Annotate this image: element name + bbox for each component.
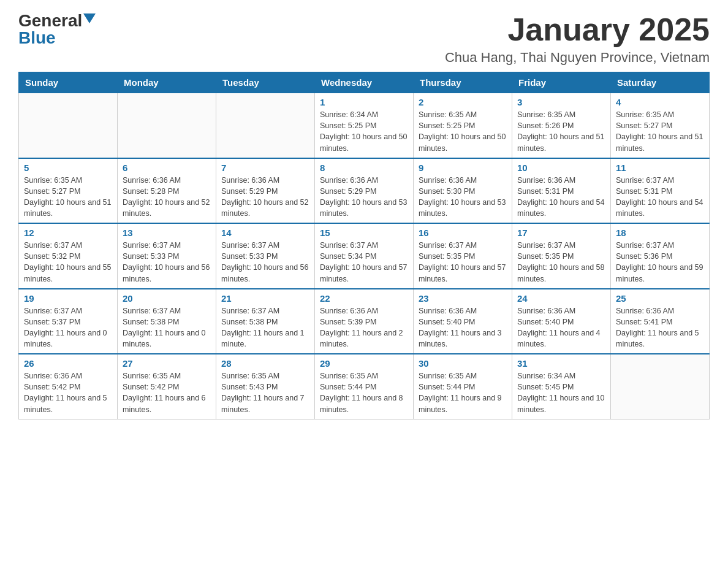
day-number: 20 [123, 293, 211, 304]
day-info: Sunrise: 6:36 AM Sunset: 5:40 PM Dayligh… [517, 305, 605, 350]
day-number: 15 [320, 228, 408, 238]
calendar-cell: 4Sunrise: 6:35 AM Sunset: 5:27 PM Daylig… [611, 93, 710, 158]
day-number: 29 [320, 358, 408, 369]
calendar-cell: 7Sunrise: 6:36 AM Sunset: 5:29 PM Daylig… [216, 158, 315, 224]
day-info: Sunrise: 6:34 AM Sunset: 5:25 PM Dayligh… [320, 109, 408, 154]
day-info: Sunrise: 6:37 AM Sunset: 5:33 PM Dayligh… [123, 240, 211, 285]
calendar-cell: 10Sunrise: 6:36 AM Sunset: 5:31 PM Dayli… [512, 158, 611, 224]
calendar-cell: 17Sunrise: 6:37 AM Sunset: 5:35 PM Dayli… [512, 223, 611, 289]
day-info: Sunrise: 6:37 AM Sunset: 5:36 PM Dayligh… [616, 240, 704, 285]
weekday-header-tuesday: Tuesday [216, 72, 315, 93]
day-number: 13 [123, 228, 211, 238]
day-number: 30 [419, 358, 507, 369]
day-number: 7 [221, 163, 309, 173]
day-number: 12 [24, 228, 112, 238]
weekday-header-monday: Monday [118, 72, 216, 93]
calendar-cell: 14Sunrise: 6:37 AM Sunset: 5:33 PM Dayli… [216, 223, 315, 289]
calendar-cell: 15Sunrise: 6:37 AM Sunset: 5:34 PM Dayli… [315, 223, 414, 289]
calendar-cell: 23Sunrise: 6:36 AM Sunset: 5:40 PM Dayli… [414, 289, 512, 354]
day-number: 11 [616, 163, 704, 173]
calendar-cell: 20Sunrise: 6:37 AM Sunset: 5:38 PM Dayli… [118, 289, 216, 354]
calendar-cell: 5Sunrise: 6:35 AM Sunset: 5:27 PM Daylig… [19, 158, 118, 224]
day-number: 24 [517, 293, 605, 304]
day-number: 2 [419, 97, 507, 107]
calendar-week-row: 19Sunrise: 6:37 AM Sunset: 5:37 PM Dayli… [19, 289, 710, 354]
title-area: January 2025 Chua Hang, Thai Nguyen Prov… [445, 12, 710, 66]
day-info: Sunrise: 6:36 AM Sunset: 5:30 PM Dayligh… [419, 175, 507, 220]
calendar-cell: 6Sunrise: 6:36 AM Sunset: 5:28 PM Daylig… [118, 158, 216, 224]
day-number: 4 [616, 97, 704, 107]
day-number: 5 [24, 163, 112, 173]
day-number: 8 [320, 163, 408, 173]
logo-triangle-icon [83, 13, 96, 23]
calendar-cell: 31Sunrise: 6:34 AM Sunset: 5:45 PM Dayli… [512, 354, 611, 419]
weekday-header-saturday: Saturday [611, 72, 710, 93]
day-number: 22 [320, 293, 408, 304]
calendar-cell: 26Sunrise: 6:36 AM Sunset: 5:42 PM Dayli… [19, 354, 118, 419]
day-number: 25 [616, 293, 704, 304]
calendar-title: January 2025 [445, 12, 710, 47]
day-info: Sunrise: 6:36 AM Sunset: 5:41 PM Dayligh… [616, 305, 704, 350]
calendar-cell: 19Sunrise: 6:37 AM Sunset: 5:37 PM Dayli… [19, 289, 118, 354]
calendar-cell: 8Sunrise: 6:36 AM Sunset: 5:29 PM Daylig… [315, 158, 414, 224]
calendar-subtitle: Chua Hang, Thai Nguyen Province, Vietnam [445, 50, 710, 66]
day-info: Sunrise: 6:36 AM Sunset: 5:28 PM Dayligh… [123, 175, 211, 220]
day-number: 23 [419, 293, 507, 304]
day-number: 19 [24, 293, 112, 304]
calendar-cell: 24Sunrise: 6:36 AM Sunset: 5:40 PM Dayli… [512, 289, 611, 354]
calendar-cell: 16Sunrise: 6:37 AM Sunset: 5:35 PM Dayli… [414, 223, 512, 289]
day-info: Sunrise: 6:37 AM Sunset: 5:37 PM Dayligh… [24, 305, 112, 350]
day-number: 26 [24, 358, 112, 369]
weekday-header-wednesday: Wednesday [315, 72, 414, 93]
day-info: Sunrise: 6:35 AM Sunset: 5:44 PM Dayligh… [419, 370, 507, 415]
day-number: 14 [221, 228, 309, 238]
day-info: Sunrise: 6:35 AM Sunset: 5:26 PM Dayligh… [517, 109, 605, 154]
day-number: 3 [517, 97, 605, 107]
calendar-cell: 29Sunrise: 6:35 AM Sunset: 5:44 PM Dayli… [315, 354, 414, 419]
calendar-cell [19, 93, 118, 158]
calendar-cell: 1Sunrise: 6:34 AM Sunset: 5:25 PM Daylig… [315, 93, 414, 158]
calendar-week-row: 1Sunrise: 6:34 AM Sunset: 5:25 PM Daylig… [19, 93, 710, 158]
calendar-cell: 27Sunrise: 6:35 AM Sunset: 5:42 PM Dayli… [118, 354, 216, 419]
day-info: Sunrise: 6:35 AM Sunset: 5:25 PM Dayligh… [419, 109, 507, 154]
logo: General Blue [18, 12, 96, 47]
calendar-cell: 2Sunrise: 6:35 AM Sunset: 5:25 PM Daylig… [414, 93, 512, 158]
day-info: Sunrise: 6:35 AM Sunset: 5:42 PM Dayligh… [123, 370, 211, 415]
day-info: Sunrise: 6:34 AM Sunset: 5:45 PM Dayligh… [517, 370, 605, 415]
calendar-cell: 18Sunrise: 6:37 AM Sunset: 5:36 PM Dayli… [611, 223, 710, 289]
calendar-cell: 30Sunrise: 6:35 AM Sunset: 5:44 PM Dayli… [414, 354, 512, 419]
day-info: Sunrise: 6:37 AM Sunset: 5:35 PM Dayligh… [517, 240, 605, 285]
calendar-cell: 13Sunrise: 6:37 AM Sunset: 5:33 PM Dayli… [118, 223, 216, 289]
calendar-week-row: 12Sunrise: 6:37 AM Sunset: 5:32 PM Dayli… [19, 223, 710, 289]
day-info: Sunrise: 6:35 AM Sunset: 5:27 PM Dayligh… [24, 175, 112, 220]
day-info: Sunrise: 6:37 AM Sunset: 5:38 PM Dayligh… [123, 305, 211, 350]
day-info: Sunrise: 6:37 AM Sunset: 5:35 PM Dayligh… [419, 240, 507, 285]
calendar-cell: 3Sunrise: 6:35 AM Sunset: 5:26 PM Daylig… [512, 93, 611, 158]
logo-blue-text: Blue [18, 29, 56, 47]
calendar-cell [118, 93, 216, 158]
day-info: Sunrise: 6:37 AM Sunset: 5:31 PM Dayligh… [616, 175, 704, 220]
calendar-cell: 11Sunrise: 6:37 AM Sunset: 5:31 PM Dayli… [611, 158, 710, 224]
calendar-table: SundayMondayTuesdayWednesdayThursdayFrid… [18, 72, 710, 419]
day-number: 21 [221, 293, 309, 304]
day-info: Sunrise: 6:35 AM Sunset: 5:44 PM Dayligh… [320, 370, 408, 415]
weekday-header-row: SundayMondayTuesdayWednesdayThursdayFrid… [19, 72, 710, 93]
day-info: Sunrise: 6:37 AM Sunset: 5:33 PM Dayligh… [221, 240, 309, 285]
weekday-header-sunday: Sunday [19, 72, 118, 93]
weekday-header-thursday: Thursday [414, 72, 512, 93]
calendar-cell [611, 354, 710, 419]
calendar-cell: 22Sunrise: 6:36 AM Sunset: 5:39 PM Dayli… [315, 289, 414, 354]
weekday-header-friday: Friday [512, 72, 611, 93]
day-info: Sunrise: 6:35 AM Sunset: 5:27 PM Dayligh… [616, 109, 704, 154]
day-info: Sunrise: 6:36 AM Sunset: 5:29 PM Dayligh… [221, 175, 309, 220]
day-number: 1 [320, 97, 408, 107]
calendar-week-row: 5Sunrise: 6:35 AM Sunset: 5:27 PM Daylig… [19, 158, 710, 224]
calendar-cell: 21Sunrise: 6:37 AM Sunset: 5:38 PM Dayli… [216, 289, 315, 354]
day-info: Sunrise: 6:36 AM Sunset: 5:31 PM Dayligh… [517, 175, 605, 220]
calendar-cell: 9Sunrise: 6:36 AM Sunset: 5:30 PM Daylig… [414, 158, 512, 224]
day-info: Sunrise: 6:36 AM Sunset: 5:42 PM Dayligh… [24, 370, 112, 415]
day-number: 16 [419, 228, 507, 238]
day-info: Sunrise: 6:37 AM Sunset: 5:32 PM Dayligh… [24, 240, 112, 285]
day-info: Sunrise: 6:37 AM Sunset: 5:34 PM Dayligh… [320, 240, 408, 285]
day-number: 28 [221, 358, 309, 369]
